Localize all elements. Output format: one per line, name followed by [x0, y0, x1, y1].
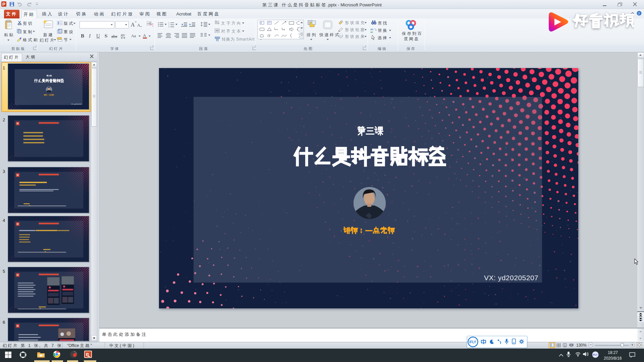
svg-text:A: A [143, 33, 146, 38]
svg-text:AV: AV [120, 33, 125, 37]
svg-text:?: ? [638, 12, 640, 15]
svg-text:AB: AB [147, 22, 151, 25]
svg-text:P: P [2, 2, 5, 7]
svg-text:iFLY: iFLY [469, 340, 476, 344]
svg-text:A: A [137, 23, 140, 27]
svg-text:ac: ac [370, 31, 373, 33]
svg-text:3: 3 [168, 26, 169, 28]
svg-text:A: A [131, 22, 135, 27]
svg-text:Aa: Aa [131, 34, 136, 38]
svg-text:iFLY: iFLY [593, 354, 598, 356]
